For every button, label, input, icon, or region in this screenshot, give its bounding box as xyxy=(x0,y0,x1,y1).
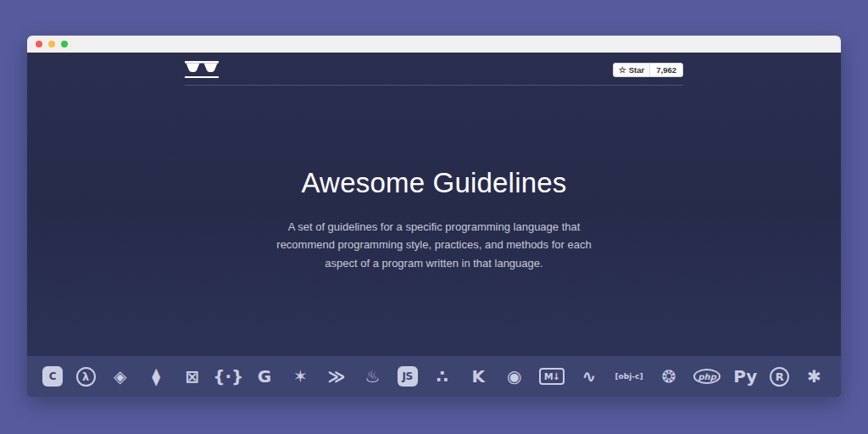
sunglasses-icon xyxy=(185,61,219,72)
java-icon[interactable]: ♨ xyxy=(361,365,384,388)
window-titlebar xyxy=(27,36,841,53)
c-icon[interactable]: C xyxy=(42,366,63,387)
markdown-icon[interactable]: M↓ xyxy=(539,368,565,385)
haskell-icon[interactable]: ≫ xyxy=(326,365,348,388)
github-star-button[interactable]: ☆ Star 7,962 xyxy=(613,63,683,77)
julia-icon[interactable]: ∴ xyxy=(431,365,453,388)
hero-section: Awesome Guidelines A set of guidelines f… xyxy=(27,86,841,356)
star-icon: ☆ xyxy=(619,66,626,75)
lua-icon[interactable]: ◉ xyxy=(503,365,526,388)
groovy-icon[interactable]: ✶ xyxy=(289,365,312,388)
close-button[interactable] xyxy=(36,41,42,47)
elixir-icon[interactable]: ⧫ xyxy=(145,365,168,388)
star-count: 7,962 xyxy=(649,64,682,76)
rust-icon[interactable]: ✱ xyxy=(803,365,826,388)
site-header: ☆ Star 7,962 xyxy=(27,53,841,86)
page-title: Awesome Guidelines xyxy=(27,167,841,199)
php-icon[interactable]: php xyxy=(693,369,721,384)
minimize-button[interactable] xyxy=(48,41,55,47)
python-icon[interactable]: Py xyxy=(734,365,757,388)
awesome-logo[interactable] xyxy=(185,61,219,78)
page: ☆ Star 7,962 Awesome Guidelines A set of… xyxy=(27,53,841,397)
go-icon[interactable]: G xyxy=(253,365,275,388)
page-subtitle: A set of guidelines for a specific progr… xyxy=(27,218,841,272)
subtitle-line: recommend programming style, practices, … xyxy=(276,238,591,251)
fsharp-icon[interactable]: {·} xyxy=(217,365,240,388)
language-icon-bar: Cλ◈⧫⊠{·}G✶≫♨JS∴K◉M↓∿[obj-c]❂phpPyR✱ xyxy=(27,356,841,397)
matlab-icon[interactable]: ∿ xyxy=(577,365,600,388)
star-label: Star xyxy=(629,66,644,75)
perl-icon[interactable]: ❂ xyxy=(658,365,681,388)
erlang-icon[interactable]: ⊠ xyxy=(181,365,203,388)
header-container: ☆ Star 7,962 xyxy=(185,53,683,86)
r-icon[interactable]: R xyxy=(770,367,789,387)
clojure-icon[interactable]: λ xyxy=(76,367,96,387)
browser-window: ☆ Star 7,962 Awesome Guidelines A set of… xyxy=(27,36,841,397)
star-button-label-segment: ☆ Star xyxy=(614,64,649,76)
objective-c-icon[interactable]: [obj-c] xyxy=(614,365,644,388)
logo-underline xyxy=(185,76,219,78)
crystal-icon[interactable]: ◈ xyxy=(108,365,131,388)
zoom-button[interactable] xyxy=(61,41,68,47)
kotlin-icon[interactable]: K xyxy=(467,365,490,388)
subtitle-line: A set of guidelines for a specific progr… xyxy=(288,220,581,233)
subtitle-line: aspect of a program written in that lang… xyxy=(325,257,542,270)
javascript-icon[interactable]: JS xyxy=(398,366,418,387)
